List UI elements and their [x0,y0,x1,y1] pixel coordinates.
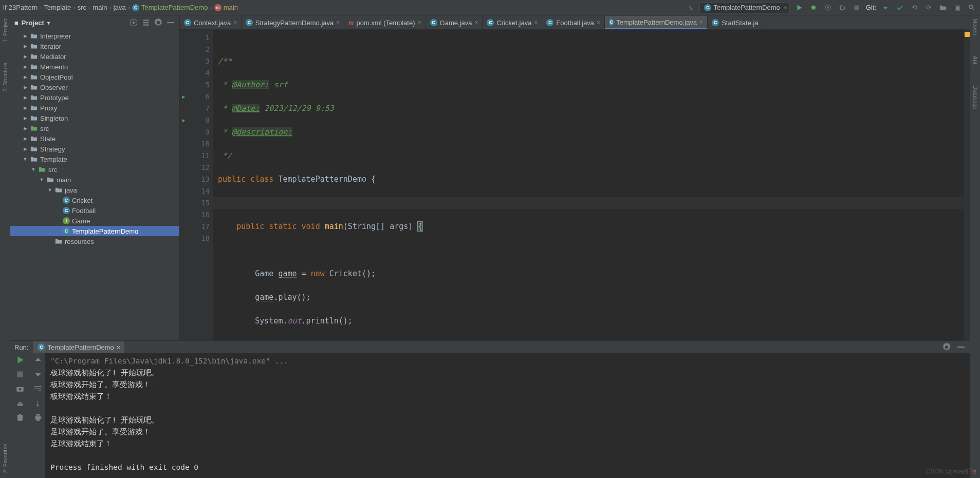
chevron-right-icon: › [40,4,42,11]
collapse-all-button[interactable] [141,18,151,27]
code-editor[interactable]: /** * @Author: srf * @Date: 2023/12/29 9… [213,30,964,340]
project-tree[interactable]: ▶Interpreter▶Iterator▶Mediator▶Memento▶O… [10,30,179,340]
run-tab[interactable]: C TemplatePatternDemo × [33,341,124,353]
class-icon: C [430,19,437,26]
editor-tab-context-java[interactable]: CContext.java× [180,16,242,29]
tree-item-cricket[interactable]: CCricket [10,195,179,205]
watermark: CSDN @java路飞 [926,467,975,476]
tree-item-interpreter[interactable]: ▶Interpreter [10,31,179,41]
class-icon: C [609,18,614,26]
git-update-button[interactable] [880,3,891,13]
open-folder-button[interactable] [938,3,948,13]
git-history-button[interactable]: ⟲ [909,3,919,13]
breadcrumb-java[interactable]: java [114,4,126,11]
tree-item-game[interactable]: IGame [10,216,179,226]
tree-item-memento[interactable]: ▶Memento [10,62,179,72]
ant-toolwindow-button[interactable]: Ant [972,56,978,65]
git-redo-button[interactable]: ⟳ [923,3,934,13]
tree-item-src[interactable]: ▼src [10,164,179,175]
console-output[interactable]: "C:\Program Files\Java\jdk1.8.0_152\bin\… [45,353,970,478]
run-gutter-icon[interactable]: ▶ [182,114,186,126]
breadcrumb-method[interactable]: main [224,4,238,11]
right-tool-strip: Maven Ant Database m [970,15,980,478]
editor-tab-football-java[interactable]: CFootball.java× [542,16,605,29]
editor-tab-strategypatterndemo-java[interactable]: CStrategyPatternDemo.java× [242,16,344,29]
maven-toolwindow-button[interactable]: Maven [972,18,978,35]
run-configuration-selector[interactable]: C TemplatePatternDemo [699,2,789,13]
editor-tab-startstate-ja[interactable]: CStartState.ja [708,16,763,29]
search-everywhere-button[interactable] [967,3,977,13]
structure-toolwindow-button[interactable]: 2: Structure [2,63,8,92]
close-tab-icon[interactable]: × [474,19,478,26]
error-stripe[interactable] [964,30,970,340]
interface-icon: I [63,217,70,224]
editor-tabs: CContext.java×CStrategyPatternDemo.java×… [180,15,970,30]
database-toolwindow-button[interactable]: Database [972,85,978,109]
tree-item-state[interactable]: ▶State [10,133,179,144]
breadcrumb-root[interactable]: lf-23Pattern [3,4,38,11]
profile-button[interactable] [837,3,847,13]
git-label: Git: [866,4,876,11]
tree-item-java[interactable]: ▼java [10,185,179,195]
tree-item-observer[interactable]: ▶Observer [10,82,179,92]
run-gutter-icon[interactable]: ▶ [182,91,186,103]
close-tab-icon[interactable]: × [418,19,421,26]
print-button[interactable] [33,413,43,422]
hide-button[interactable] [166,18,175,27]
build-button[interactable]: ↘ [685,3,695,13]
warning-marker[interactable] [965,32,970,37]
editor-tab-templatepatterndemo-java[interactable]: CTemplatePatternDemo.java× [605,16,708,29]
editor-tab-game-java[interactable]: CGame.java× [426,16,483,29]
close-tab-icon[interactable]: × [597,19,600,26]
tree-item-iterator[interactable]: ▶Iterator [10,41,179,51]
close-tab-icon[interactable]: × [699,18,703,26]
tree-item-mediator[interactable]: ▶Mediator [10,51,179,62]
tree-item-prototype[interactable]: ▶Prototype [10,92,179,103]
tree-item-template[interactable]: ▼Template [10,154,179,164]
breadcrumb-template[interactable]: Template [44,4,71,11]
run-settings-button[interactable] [942,342,951,352]
class-icon: C [63,197,70,204]
class-icon: C [246,19,253,26]
tree-item-football[interactable]: CFootball [10,205,179,216]
git-commit-button[interactable] [895,3,905,13]
project-toolwindow-button[interactable]: 1: Project [2,18,8,42]
close-icon[interactable]: × [117,343,121,351]
tree-item-proxy[interactable]: ▶Proxy [10,103,179,113]
class-icon: C [63,207,70,214]
delete-button[interactable] [15,413,25,422]
class-icon: C [704,4,711,11]
project-title-text[interactable]: Project [22,19,44,27]
run-hide-button[interactable] [956,342,966,352]
editor-tab-pom-xml-template-[interactable]: mpom.xml (Template)× [344,16,426,29]
select-opened-file-button[interactable] [129,18,138,27]
stop-button[interactable] [852,3,862,13]
settings-button[interactable] [154,18,163,27]
tree-item-src[interactable]: ▶src [10,123,179,133]
class-icon: C [487,19,494,26]
close-tab-icon[interactable]: × [233,19,237,26]
breadcrumb-src[interactable]: src [78,4,86,11]
class-icon: C [63,227,70,235]
close-tab-icon[interactable]: × [336,19,340,26]
debug-button[interactable] [808,3,819,13]
favorites-toolwindow-button[interactable]: 2: Favorites [2,444,8,473]
tree-item-strategy[interactable]: ▶Strategy [10,144,179,154]
tree-item-templatepatterndemo[interactable]: CTemplatePatternDemo [10,226,179,236]
layout-button[interactable]: ▣ [952,3,963,13]
close-tab-icon[interactable]: × [534,19,538,26]
breadcrumb-main[interactable]: main [93,4,107,11]
chevron-right-icon: › [73,4,75,11]
chevron-right-icon: › [88,4,90,11]
tree-item-resources[interactable]: resources [10,236,179,246]
tree-item-singleton[interactable]: ▶Singleton [10,113,179,123]
breadcrumb[interactable]: lf-23Pattern › Template › src › main › j… [3,4,238,11]
tree-item-objectpool[interactable]: ▶ObjectPool [10,72,179,82]
run-button[interactable] [794,3,804,13]
editor-tab-cricket-java[interactable]: CCricket.java× [483,16,542,29]
class-icon: C [184,19,191,26]
tree-item-main[interactable]: ▼main [10,175,179,185]
coverage-button[interactable] [823,3,833,13]
editor-gutter[interactable]: 123456▶78▶9101112131415161718 [180,30,213,340]
run-tool-window: Run: C TemplatePatternDemo × ⏏ [10,340,970,478]
